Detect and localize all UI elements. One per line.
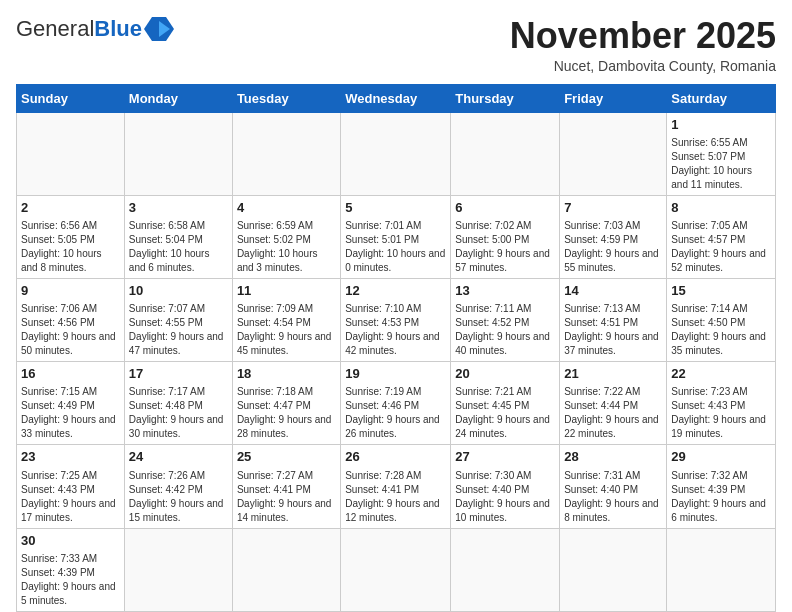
weekday-header-thursday: Thursday — [451, 84, 560, 112]
day-number: 4 — [237, 199, 336, 217]
month-title: November 2025 — [510, 16, 776, 56]
calendar-week-row: 30Sunrise: 7:33 AMSunset: 4:39 PMDayligh… — [17, 528, 776, 611]
logo-blue-text: Blue — [94, 16, 142, 42]
day-info: Sunrise: 7:06 AM — [21, 302, 120, 316]
calendar-cell: 23Sunrise: 7:25 AMSunset: 4:43 PMDayligh… — [17, 445, 125, 528]
day-info: Sunset: 4:47 PM — [237, 399, 336, 413]
day-number: 3 — [129, 199, 228, 217]
day-number: 23 — [21, 448, 120, 466]
calendar-cell — [232, 112, 340, 195]
calendar-cell: 14Sunrise: 7:13 AMSunset: 4:51 PMDayligh… — [560, 278, 667, 361]
day-number: 2 — [21, 199, 120, 217]
logo-area: General Blue — [16, 16, 174, 42]
calendar-cell: 25Sunrise: 7:27 AMSunset: 4:41 PMDayligh… — [232, 445, 340, 528]
day-info: Sunrise: 7:07 AM — [129, 302, 228, 316]
day-info: Sunset: 4:40 PM — [455, 483, 555, 497]
day-number: 28 — [564, 448, 662, 466]
calendar-week-row: 2Sunrise: 6:56 AMSunset: 5:05 PMDaylight… — [17, 195, 776, 278]
calendar-cell: 20Sunrise: 7:21 AMSunset: 4:45 PMDayligh… — [451, 362, 560, 445]
page-header: General Blue November 2025 Nucet, Dambov… — [16, 16, 776, 74]
day-number: 9 — [21, 282, 120, 300]
day-info: Sunset: 5:00 PM — [455, 233, 555, 247]
calendar-week-row: 23Sunrise: 7:25 AMSunset: 4:43 PMDayligh… — [17, 445, 776, 528]
day-info: Daylight: 9 hours and 10 minutes. — [455, 497, 555, 525]
day-info: Daylight: 9 hours and 22 minutes. — [564, 413, 662, 441]
logo-icon — [144, 17, 174, 41]
day-info: Sunrise: 7:26 AM — [129, 469, 228, 483]
day-info: Daylight: 9 hours and 57 minutes. — [455, 247, 555, 275]
calendar-cell: 4Sunrise: 6:59 AMSunset: 5:02 PMDaylight… — [232, 195, 340, 278]
day-info: Sunset: 5:02 PM — [237, 233, 336, 247]
day-info: Sunset: 4:53 PM — [345, 316, 446, 330]
day-info: Daylight: 9 hours and 19 minutes. — [671, 413, 771, 441]
day-info: Sunset: 4:39 PM — [671, 483, 771, 497]
calendar-cell: 19Sunrise: 7:19 AMSunset: 4:46 PMDayligh… — [341, 362, 451, 445]
calendar-cell: 26Sunrise: 7:28 AMSunset: 4:41 PMDayligh… — [341, 445, 451, 528]
day-number: 29 — [671, 448, 771, 466]
day-info: Sunset: 5:01 PM — [345, 233, 446, 247]
day-info: Sunset: 5:04 PM — [129, 233, 228, 247]
day-info: Sunrise: 6:58 AM — [129, 219, 228, 233]
day-info: Sunset: 5:05 PM — [21, 233, 120, 247]
day-info: Daylight: 10 hours and 11 minutes. — [671, 164, 771, 192]
day-number: 27 — [455, 448, 555, 466]
day-info: Sunrise: 7:01 AM — [345, 219, 446, 233]
day-info: Sunrise: 7:28 AM — [345, 469, 446, 483]
day-info: Sunset: 4:44 PM — [564, 399, 662, 413]
day-info: Sunrise: 6:59 AM — [237, 219, 336, 233]
day-info: Daylight: 9 hours and 24 minutes. — [455, 413, 555, 441]
day-number: 8 — [671, 199, 771, 217]
day-info: Daylight: 9 hours and 8 minutes. — [564, 497, 662, 525]
day-info: Daylight: 9 hours and 17 minutes. — [21, 497, 120, 525]
day-info: Sunset: 4:56 PM — [21, 316, 120, 330]
day-number: 14 — [564, 282, 662, 300]
calendar-cell: 21Sunrise: 7:22 AMSunset: 4:44 PMDayligh… — [560, 362, 667, 445]
day-info: Sunrise: 6:56 AM — [21, 219, 120, 233]
calendar-cell: 27Sunrise: 7:30 AMSunset: 4:40 PMDayligh… — [451, 445, 560, 528]
weekday-header-wednesday: Wednesday — [341, 84, 451, 112]
calendar-cell — [451, 112, 560, 195]
day-number: 17 — [129, 365, 228, 383]
day-number: 20 — [455, 365, 555, 383]
calendar-cell — [560, 112, 667, 195]
day-number: 19 — [345, 365, 446, 383]
day-info: Sunset: 4:41 PM — [345, 483, 446, 497]
calendar-cell: 3Sunrise: 6:58 AMSunset: 5:04 PMDaylight… — [124, 195, 232, 278]
day-number: 12 — [345, 282, 446, 300]
day-info: Daylight: 9 hours and 6 minutes. — [671, 497, 771, 525]
day-info: Sunrise: 7:11 AM — [455, 302, 555, 316]
weekday-header-saturday: Saturday — [667, 84, 776, 112]
calendar-cell — [451, 528, 560, 611]
day-info: Daylight: 9 hours and 26 minutes. — [345, 413, 446, 441]
day-info: Sunrise: 7:14 AM — [671, 302, 771, 316]
day-info: Sunrise: 7:19 AM — [345, 385, 446, 399]
day-number: 10 — [129, 282, 228, 300]
calendar-cell: 8Sunrise: 7:05 AMSunset: 4:57 PMDaylight… — [667, 195, 776, 278]
day-number: 1 — [671, 116, 771, 134]
calendar-cell: 9Sunrise: 7:06 AMSunset: 4:56 PMDaylight… — [17, 278, 125, 361]
weekday-header-sunday: Sunday — [17, 84, 125, 112]
day-info: Sunrise: 7:30 AM — [455, 469, 555, 483]
day-number: 16 — [21, 365, 120, 383]
day-number: 15 — [671, 282, 771, 300]
day-number: 22 — [671, 365, 771, 383]
day-info: Sunset: 4:43 PM — [21, 483, 120, 497]
day-info: Sunset: 4:42 PM — [129, 483, 228, 497]
calendar-week-row: 9Sunrise: 7:06 AMSunset: 4:56 PMDaylight… — [17, 278, 776, 361]
day-info: Daylight: 9 hours and 5 minutes. — [21, 580, 120, 608]
day-info: Sunrise: 7:15 AM — [21, 385, 120, 399]
day-info: Sunset: 4:54 PM — [237, 316, 336, 330]
day-info: Sunrise: 7:33 AM — [21, 552, 120, 566]
day-number: 13 — [455, 282, 555, 300]
calendar-cell: 2Sunrise: 6:56 AMSunset: 5:05 PMDaylight… — [17, 195, 125, 278]
calendar-cell — [124, 528, 232, 611]
day-info: Sunset: 4:40 PM — [564, 483, 662, 497]
calendar-cell: 18Sunrise: 7:18 AMSunset: 4:47 PMDayligh… — [232, 362, 340, 445]
day-info: Daylight: 10 hours and 3 minutes. — [237, 247, 336, 275]
calendar-cell: 22Sunrise: 7:23 AMSunset: 4:43 PMDayligh… — [667, 362, 776, 445]
day-number: 30 — [21, 532, 120, 550]
day-info: Sunset: 4:51 PM — [564, 316, 662, 330]
calendar-cell — [667, 528, 776, 611]
day-number: 6 — [455, 199, 555, 217]
calendar-week-row: 16Sunrise: 7:15 AMSunset: 4:49 PMDayligh… — [17, 362, 776, 445]
